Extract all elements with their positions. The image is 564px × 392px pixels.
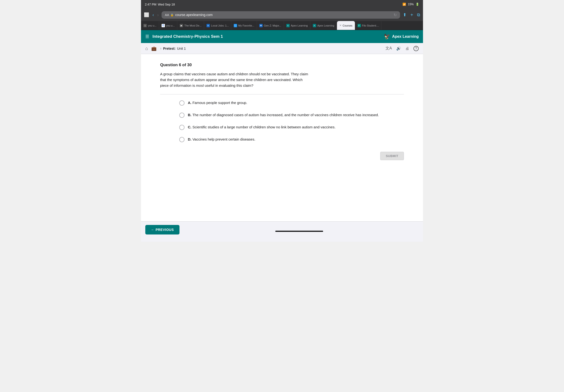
tab-10[interactable]: F Filo Student:...	[355, 21, 382, 30]
question-divider	[160, 94, 404, 94]
tab-1-favicon: 1	[143, 24, 147, 27]
tab-2[interactable]: G you u...	[159, 21, 177, 30]
hamburger-icon[interactable]: ☰	[145, 34, 149, 39]
audio-icon[interactable]: 🔊	[396, 46, 401, 51]
tab-6-label: Gen Z: Major...	[264, 24, 281, 27]
tab-6[interactable]: BI Gen Z: Major...	[257, 21, 284, 30]
app-header: ☰ Integrated Chemistry-Physics Sem 1 🦅 A…	[141, 30, 423, 43]
back-button[interactable]: ‹	[152, 13, 154, 17]
option-d[interactable]: D. Vaccines help prevent certain disease…	[179, 137, 404, 142]
submit-area: SUBMIT	[160, 152, 404, 160]
tab-2-label: you u...	[166, 24, 175, 27]
footer-nav: ← PREVIOUS	[141, 221, 423, 242]
tab-7[interactable]: A Apex Learning	[284, 21, 310, 30]
wifi-icon: 📶	[402, 3, 406, 6]
battery-percent: 15%	[408, 3, 414, 6]
url-text: course.apexlearning.com	[175, 13, 212, 17]
tab-4[interactable]: ≋ Local Jobs: 1...	[204, 21, 231, 30]
tab-8[interactable]: A Apex Learning	[310, 21, 337, 30]
main-content: Question 6 of 30 A group claims that vac…	[141, 54, 423, 221]
breadcrumb-value: Unit 1	[177, 47, 186, 50]
option-a[interactable]: A. Famous people support the group.	[179, 100, 404, 106]
tab-8-favicon: A	[313, 24, 316, 27]
forward-button[interactable]: ›	[157, 13, 159, 17]
aa-text[interactable]: AA	[165, 13, 169, 17]
tab-5-label: My Favorite...	[238, 24, 254, 27]
apex-logo-text: Apex Learning	[392, 34, 419, 39]
tab-9-close-icon[interactable]: ✕	[339, 24, 342, 27]
option-b-label: B. The number of diagnosed cases of auti…	[188, 112, 379, 118]
sidebar-icon[interactable]: ⬜	[144, 12, 149, 17]
share-icon[interactable]: ⬆	[403, 12, 407, 17]
battery-icon: 🔋	[416, 3, 419, 6]
browser-actions: ⬆ + ⧉	[403, 12, 420, 18]
address-bar[interactable]: AA 🔒 course.apexlearning.com ↻	[162, 11, 400, 19]
option-c[interactable]: C. Scientific studies of a large number …	[179, 125, 404, 130]
tab-3-label: The Most De...	[184, 24, 201, 27]
submit-button[interactable]: SUBMIT	[380, 152, 404, 160]
options-list: A. Famous people support the group. B. T…	[179, 100, 404, 142]
tab-9-label: Courses	[343, 24, 353, 27]
tab-10-label: Filo Student:...	[362, 24, 379, 27]
tab-1-label: you u...	[148, 24, 157, 27]
tab-3[interactable]: ▶ The Most De...	[177, 21, 204, 30]
tab-2-favicon: G	[162, 24, 165, 27]
option-c-label: C. Scientific studies of a large number …	[188, 125, 336, 130]
option-b-key: B.	[188, 113, 192, 117]
home-indicator	[275, 231, 323, 232]
breadcrumb-label: Pretest:	[163, 47, 175, 50]
option-b-radio[interactable]	[179, 112, 184, 118]
browser-chrome: ⬜ ‹ › AA 🔒 course.apexlearning.com ↻ ⬆ +…	[141, 9, 423, 21]
tab-5-favicon: ⬡	[234, 24, 237, 27]
nav-controls: ⬜ ‹ ›	[144, 12, 159, 17]
sub-header-left: ⌂ 💼 ↑ Pretest: Unit 1	[145, 46, 186, 51]
option-d-label: D. Vaccines help prevent certain disease…	[188, 137, 255, 142]
tab-7-favicon: A	[286, 24, 290, 27]
lock-icon: 🔒	[170, 13, 174, 16]
date-display: Wed Sep 18	[158, 3, 175, 6]
home-button[interactable]: ⌂	[145, 46, 148, 51]
tab-6-favicon: BI	[259, 24, 263, 27]
translate-icon[interactable]: 文A	[385, 46, 392, 51]
app-header-left: ☰ Integrated Chemistry-Physics Sem 1	[145, 34, 223, 39]
sub-header: ⌂ 💼 ↑ Pretest: Unit 1 文A 🔊 🖨 ?	[141, 43, 423, 54]
status-bar: 2:47 PM Wed Sep 18 📶 15% 🔋	[141, 0, 423, 9]
apex-logo: 🦅 Apex Learning	[384, 33, 419, 40]
question-text-italic: most	[196, 84, 204, 87]
tab-3-favicon: ▶	[180, 24, 183, 27]
breadcrumb-up-icon: ↑	[160, 47, 162, 50]
question-text: A group claims that vaccines cause autis…	[160, 71, 308, 88]
option-d-radio[interactable]	[179, 137, 184, 142]
previous-button[interactable]: ← PREVIOUS	[145, 225, 179, 235]
tab-1[interactable]: 1 you u...	[141, 21, 159, 30]
question-header: Question 6 of 30	[160, 63, 404, 67]
tab-4-favicon: ≋	[206, 24, 210, 27]
tab-4-label: Local Jobs: 1...	[211, 24, 229, 27]
time-display: 2:47 PM	[145, 3, 156, 6]
status-right: 📶 15% 🔋	[402, 3, 419, 6]
option-a-label: A. Famous people support the group.	[188, 100, 247, 106]
help-icon[interactable]: ?	[413, 46, 419, 51]
status-left: 2:47 PM Wed Sep 18	[145, 3, 175, 6]
question-text-part2: useful in evaluating this claim?	[204, 84, 254, 87]
sub-header-right: 文A 🔊 🖨 ?	[385, 46, 419, 51]
option-a-radio[interactable]	[179, 100, 184, 106]
tab-8-label: Apex Learning	[317, 24, 334, 27]
tab-bar: 1 you u... G you u... ▶ The Most De... ≋…	[141, 21, 423, 30]
option-a-key: A.	[188, 101, 192, 105]
apex-logo-icon: 🦅	[384, 33, 390, 40]
reload-button[interactable]: ↻	[394, 13, 397, 17]
tab-9-courses[interactable]: ✕ Courses	[337, 21, 355, 30]
option-b[interactable]: B. The number of diagnosed cases of auti…	[179, 112, 404, 118]
briefcase-button[interactable]: 💼	[151, 46, 157, 51]
tab-7-label: Apex Learning	[291, 24, 308, 27]
tabs-overview-icon[interactable]: ⧉	[417, 13, 420, 17]
print-icon[interactable]: 🖨	[405, 46, 409, 51]
option-d-key: D.	[188, 137, 192, 141]
new-tab-icon[interactable]: +	[410, 12, 413, 18]
course-title: Integrated Chemistry-Physics Sem 1	[152, 34, 223, 39]
option-c-key: C.	[188, 125, 192, 129]
option-c-radio[interactable]	[179, 125, 184, 130]
breadcrumb: ↑ Pretest: Unit 1	[160, 47, 186, 50]
tab-5[interactable]: ⬡ My Favorite...	[231, 21, 257, 30]
